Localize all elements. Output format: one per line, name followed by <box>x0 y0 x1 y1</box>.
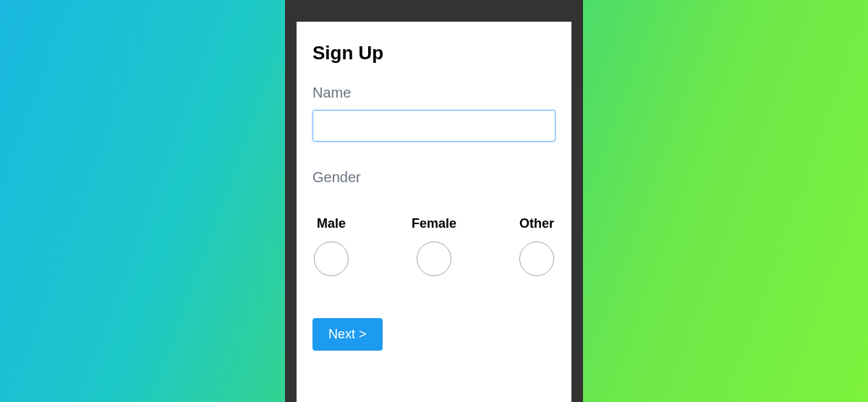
gender-option-female-label: Female <box>412 216 456 231</box>
name-label: Name <box>312 85 556 101</box>
gender-option-male: Male <box>314 216 349 276</box>
gender-option-female: Female <box>412 216 456 276</box>
device-frame: Sign Up Name Gender Male Female Other Ne… <box>285 0 583 402</box>
gender-label: Gender <box>312 169 556 186</box>
gender-options-row: Male Female Other <box>312 216 556 276</box>
name-input[interactable] <box>312 110 556 142</box>
gender-option-other-label: Other <box>519 216 554 231</box>
signup-form: Sign Up Name Gender Male Female Other Ne… <box>297 22 571 402</box>
next-button[interactable]: Next > <box>312 318 383 351</box>
form-title: Sign Up <box>312 42 556 64</box>
gender-radio-female[interactable] <box>417 241 451 276</box>
gender-radio-male[interactable] <box>314 241 349 276</box>
gender-radio-other[interactable] <box>519 241 554 276</box>
gender-option-other: Other <box>519 216 554 276</box>
gender-option-male-label: Male <box>317 216 346 231</box>
